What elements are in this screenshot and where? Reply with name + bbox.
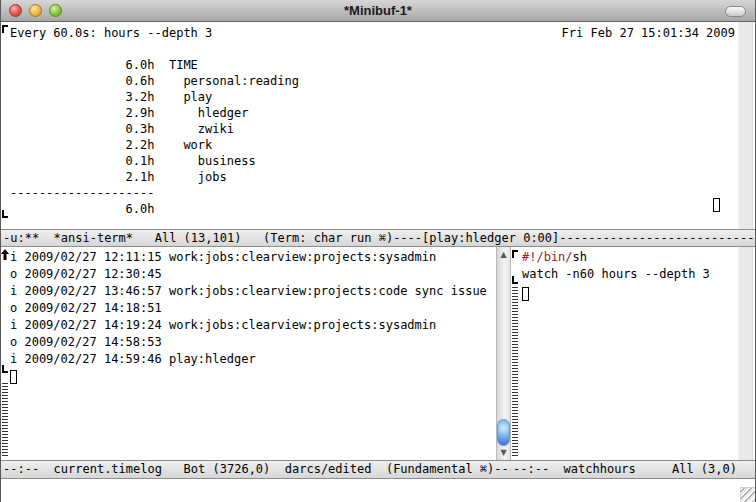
script-pane[interactable]: #!/bin/sh watch -n60 hours --depth 3 [511, 247, 755, 460]
timelog-scrollbar[interactable]: ▲ ▼ [496, 247, 511, 460]
buffer-top-corner-icon [512, 250, 518, 258]
buffer-end-corner-icon [2, 210, 8, 218]
script-text: #!/bin/sh watch -n60 hours --depth 3 [522, 247, 755, 283]
log-line: o 2009/02/27 14:58:53 [10, 334, 496, 351]
buffer-end-corner-icon [2, 365, 8, 373]
report-line: 6.0h TIME [10, 57, 735, 73]
scrollbar-thumb[interactable] [497, 419, 510, 446]
log-line: o 2009/02/27 14:18:51 [10, 300, 496, 317]
modeline-watchhours[interactable]: --:-- watchhours All (3,0) [511, 460, 755, 479]
scrollbar-down-button[interactable]: ▼ [497, 446, 510, 459]
titlebar[interactable]: *Minibuf-1* [1, 0, 755, 22]
modeline-ansi-term[interactable]: -u:** *ansi-term* All (13,101) (Term: ch… [1, 229, 755, 247]
watch-command-text: Every 60.0s: hours --depth 3 [10, 25, 212, 41]
log-line: i 2009/02/27 14:19:24 work:jobs:clearvie… [10, 317, 496, 334]
script-scrollbar-track[interactable] [738, 247, 753, 460]
modeline-timelog-text: --:-- current.timelog Bot (3726,0) darcs… [3, 462, 511, 476]
shebang-line: #!/bin/sh [522, 249, 755, 266]
empty-line-marks-icon [2, 383, 8, 458]
report-line: 0.6h personal:reading [10, 73, 735, 89]
scrollbar-down-arrow-icon: ▼ [500, 448, 506, 457]
log-line: i 2009/02/27 12:11:15 work:jobs:clearvie… [10, 249, 496, 266]
report-divider-line: -------------------- [10, 185, 735, 201]
bottom-modelines: --:-- current.timelog Bot (3726,0) darcs… [1, 460, 755, 479]
buffer-end-corner-icon [512, 276, 518, 284]
window-title: *Minibuf-1* [1, 3, 755, 18]
modeline-watchhours-text: --:-- watchhours All (3,0) [513, 462, 737, 476]
report-line: 0.3h zwiki [10, 121, 735, 137]
report-total-line: 6.0h [10, 201, 735, 217]
emacs-window: *Minibuf-1* Every 60.0s: hours --depth 3… [0, 0, 756, 502]
modeline-ansi-term-text: -u:** *ansi-term* All (13,101) (Term: ch… [3, 231, 755, 245]
left-fringe [1, 22, 9, 229]
timelog-text: i 2009/02/27 12:11:15 work:jobs:clearvie… [10, 247, 496, 368]
report-line: 2.9h hledger [10, 105, 735, 121]
report-line: 3.2h play [10, 89, 735, 105]
timelog-cursor [10, 370, 17, 384]
log-line: o 2009/02/27 12:30:45 [10, 266, 496, 283]
terminal-cursor [713, 198, 720, 212]
watch-date: Fri Feb 27 15:01:34 2009 [562, 25, 735, 41]
terminal-pane[interactable]: Every 60.0s: hours --depth 3 Fri Feb 27 … [1, 22, 755, 229]
script-cursor [522, 287, 529, 301]
left-fringe [1, 247, 9, 460]
buffer-top-corner-icon [2, 25, 8, 33]
left-fringe [511, 247, 519, 460]
terminal-output: Every 60.0s: hours --depth 3 Fri Feb 27 … [10, 22, 735, 217]
report-line: 2.1h jobs [10, 169, 735, 185]
log-line: i 2009/02/27 13:46:57 work:jobs:clearvie… [10, 283, 496, 300]
emacs-frame: Every 60.0s: hours --depth 3 Fri Feb 27 … [1, 22, 755, 501]
shebang-highlight: #!/bin/ [522, 250, 573, 264]
shebang-rest: sh [573, 250, 587, 264]
toolbar-toggle-button[interactable] [725, 6, 746, 17]
resize-grip[interactable] [740, 487, 755, 502]
empty-line-marks-icon [512, 287, 518, 458]
scrollbar-up-arrow-icon: ▲ [500, 250, 506, 259]
minibuffer[interactable]: Redo: (ansi-term "/Users/simon/bin/watch… [1, 479, 755, 502]
bottom-split: i 2009/02/27 12:11:15 work:jobs:clearvie… [1, 247, 755, 460]
terminal-scrollbar-track[interactable] [738, 22, 753, 229]
script-command-line: watch -n60 hours --depth 3 [522, 266, 755, 283]
log-line: i 2009/02/27 14:59:46 play:hledger [10, 351, 496, 368]
modeline-timelog[interactable]: --:-- current.timelog Bot (3726,0) darcs… [1, 460, 511, 479]
report-line: 0.1h business [10, 153, 735, 169]
buffer-continues-up-icon [1, 249, 9, 260]
report-line: 2.2h work [10, 137, 735, 153]
timelog-pane[interactable]: i 2009/02/27 12:11:15 work:jobs:clearvie… [1, 247, 496, 460]
scrollbar-up-button[interactable]: ▲ [497, 248, 510, 261]
